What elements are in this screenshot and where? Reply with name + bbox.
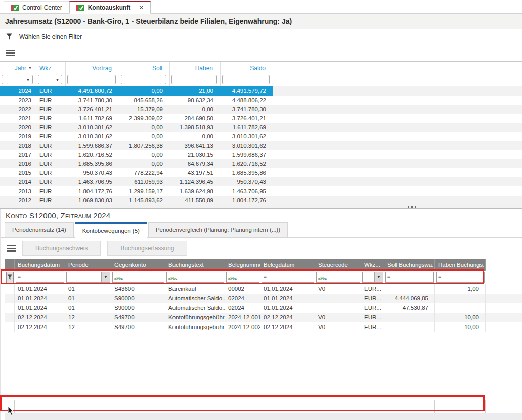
row-indicator-cell (5, 313, 15, 322)
column-header-haben-buchungs-[interactable]: Haben Buchungs... (435, 259, 486, 271)
column-header-buchungstext[interactable]: Buchungstext (165, 259, 225, 271)
cell: EUR (36, 123, 66, 132)
tab-kontobewegungen[interactable]: Kontobewegungen (5) (75, 222, 147, 238)
column-header-soll-buchungsw-[interactable]: Soll Buchungswä... (384, 259, 435, 271)
tab-control-center[interactable]: Control-Center (4, 1, 69, 13)
filter-input[interactable] (121, 75, 166, 84)
filter-cell (5, 271, 15, 284)
column-header-label: Gegenkonto (114, 262, 146, 268)
splitter-handle-icon[interactable] (408, 206, 416, 208)
cell: 1.398.518,93 (170, 123, 221, 132)
filter-dropdown[interactable]: ▼ (66, 272, 110, 283)
menu-icon[interactable] (7, 245, 16, 252)
cell: 02.12.2024 (260, 313, 315, 322)
lower-table-bottom-strip (5, 413, 522, 420)
chevron-down-icon[interactable]: ▼ (101, 272, 110, 282)
filter-input[interactable]: = (385, 272, 434, 283)
cell: V0 (315, 322, 361, 332)
filter-dropdown[interactable]: ▼ (38, 75, 62, 84)
close-tab-icon[interactable]: ✕ (139, 5, 144, 11)
filter-input[interactable] (222, 75, 270, 84)
filter-cell (221, 74, 273, 86)
cell: 00002 (225, 284, 260, 294)
table-row[interactable]: 2014EUR1.463.706,95611.059,931.124.396,4… (0, 177, 522, 186)
column-header-row-indicator[interactable] (5, 259, 15, 271)
cell: 2018 (0, 141, 36, 150)
cell: 396.641,13 (170, 141, 221, 150)
filter-input[interactable]: a%c (226, 272, 259, 283)
cell: 01.01.2024 (15, 303, 65, 313)
column-header-soll[interactable]: Soll (119, 62, 170, 74)
pane-splitter[interactable] (0, 205, 522, 209)
cell: 1.620.716,52 (66, 150, 119, 159)
cell: Bareinkauf (165, 284, 225, 294)
filter-cell: ▼ (36, 74, 66, 86)
filter-dropdown[interactable]: ▼ (362, 272, 383, 283)
table-row[interactable]: 01.01.202401S43600Bareinkauf0000201.01.2… (5, 284, 522, 294)
cell: 2013 (0, 186, 36, 196)
tab-kontoauskunft[interactable]: Kontoauskunft ✕ (69, 1, 151, 14)
filter-input[interactable]: = (16, 272, 64, 283)
table-row[interactable]: 2016EUR1.685.395,860,0064.679,341.620.71… (0, 159, 522, 168)
filter-input[interactable]: a%c (316, 272, 360, 283)
table-row[interactable]: 2020EUR3.010.301,620,001.398.518,931.611… (0, 123, 522, 132)
table-row-cells: 2013EUR1.804.172,761.299.159,171.639.624… (0, 186, 273, 196)
column-header-label: Soll (152, 65, 162, 72)
table-row[interactable]: 2013EUR1.804.172,761.299.159,171.639.624… (0, 186, 522, 196)
tab-periodenumsatz[interactable]: Periodenumsatz (14) (5, 222, 74, 237)
table-row[interactable]: 2022EUR3.726.401,2115.379,090,003.741.78… (0, 105, 522, 114)
cell: Automatischer Saldo... (165, 294, 225, 303)
buchungsnachweis-button[interactable]: Buchungsnachweis (22, 241, 101, 256)
filter-input[interactable] (67, 75, 116, 84)
table-row[interactable]: 2021EUR1.611.782,692.399.309,02284.690,5… (0, 114, 522, 123)
tab-periodenvergleich[interactable]: Periodenvergleich (Planung: Planung inte… (148, 222, 288, 237)
filter-dropdown[interactable]: ▼ (2, 75, 33, 84)
cell: 3.741.780,30 (221, 105, 273, 114)
table-row[interactable]: 2015EUR950.370,43778.222,9443.197,511.68… (0, 168, 522, 177)
filter-cell (119, 74, 170, 86)
chevron-down-icon[interactable]: ▼ (374, 272, 383, 282)
column-header-wkz-[interactable]: Wkz... (361, 259, 384, 271)
column-header-steuercode[interactable]: Steuercode (315, 259, 361, 271)
table-row[interactable]: 02.12.202412S49700Kontoführungsgebühr202… (5, 313, 522, 322)
filter-cell (66, 74, 119, 86)
column-header-periode[interactable]: Periode (65, 259, 111, 271)
column-header-label: Jahr (15, 65, 26, 72)
filter-input[interactable]: = (262, 272, 314, 283)
buchungserfassung-button[interactable]: Buchungserfassung (107, 241, 187, 256)
column-header-gegenkonto[interactable]: Gegenkonto (111, 259, 165, 271)
table-row[interactable]: 02.12.202412S49700Kontoführungsgebühr202… (5, 322, 522, 332)
contains-filter-icon: a%c (228, 273, 237, 282)
filter-input[interactable]: a%c (166, 272, 224, 283)
app-window: Control-Center Kontoauskunft ✕ Jahresums… (0, 0, 522, 420)
column-header-jahr[interactable]: Jahr▼ (0, 62, 36, 74)
column-header-wkz[interactable]: Wkz (36, 62, 66, 74)
cell: 1.299.159,17 (119, 186, 170, 196)
table-row[interactable]: 2018EUR1.599.686,371.807.256,38396.641,1… (0, 141, 522, 150)
cell: 2024 (0, 86, 36, 96)
column-header-belegdatum[interactable]: Belegdatum (260, 259, 315, 271)
cell: 01 (65, 303, 111, 313)
table-row[interactable]: 2019EUR3.010.301,620,000,003.010.301,62 (0, 132, 522, 141)
filter-input[interactable]: = (436, 272, 485, 283)
table-row[interactable]: 2017EUR1.620.716,520,0021.030,151.599.68… (0, 150, 522, 159)
filter-row-funnel-button[interactable] (6, 272, 14, 283)
table-row[interactable]: 2023EUR3.741.780,30845.658,2698.632,344.… (0, 96, 522, 105)
cell: 0,00 (119, 150, 170, 159)
table-row[interactable]: 01.01.202401S90000Automatischer Saldo...… (5, 294, 522, 303)
table-row-cells: 2024EUR4.491.600,720,0021,004.491.579,72 (0, 86, 273, 96)
cell (435, 303, 486, 313)
column-header-haben[interactable]: Haben (170, 62, 221, 74)
column-header-buchungsdatum[interactable]: Buchungsdatum (15, 259, 65, 271)
column-header-saldo[interactable]: Saldo (221, 62, 273, 74)
table-row[interactable]: 01.01.202401S90000Automatischer Saldo...… (5, 303, 522, 313)
menu-icon[interactable] (6, 50, 15, 56)
column-header-belegnummer[interactable]: Belegnummer (225, 259, 260, 271)
filter-input[interactable] (171, 75, 217, 84)
table-row[interactable]: 2012EUR1.069.830,031.145.893,62411.550,8… (0, 196, 522, 205)
filter-bar[interactable]: Wählen Sie einen Filter (0, 29, 522, 44)
filter-input[interactable]: a%c (112, 272, 164, 283)
tab-label: Kontoauskunft (88, 4, 131, 11)
column-header-vortrag[interactable]: Vortrag (66, 62, 119, 74)
table-row[interactable]: 2024EUR4.491.600,720,0021,004.491.579,72 (0, 86, 522, 96)
